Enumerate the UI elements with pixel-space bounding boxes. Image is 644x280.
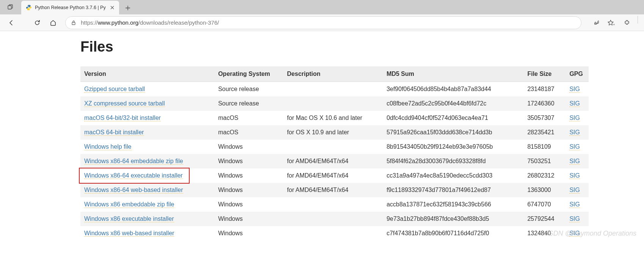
close-tab-icon[interactable] <box>109 5 115 11</box>
read-aloud-icon[interactable]: A <box>590 16 603 30</box>
gpg-link[interactable]: SIG <box>569 216 580 222</box>
page-title: Files <box>80 39 589 55</box>
back-button[interactable] <box>4 16 17 30</box>
cell-version: macOS 64-bit installer <box>80 125 214 140</box>
watermark-text: CSDN @Raymond Operations <box>544 230 636 238</box>
new-tab-button[interactable] <box>121 2 134 14</box>
table-row: macOS 64-bit/32-bit installermacOSfor Ma… <box>80 111 589 125</box>
cell-desc: for AMD64/EM64T/x64 <box>283 154 383 168</box>
table-row: Windows x86-64 executable installerWindo… <box>80 168 589 183</box>
cell-version: macOS 64-bit/32-bit installer <box>80 111 214 125</box>
svg-point-1 <box>28 5 28 6</box>
th-md5: MD5 Sum <box>383 66 523 82</box>
refresh-button[interactable] <box>30 16 44 30</box>
gpg-link[interactable]: SIG <box>569 158 580 165</box>
cell-md5: f9c11893329743d77801a7f49612ed87 <box>383 183 523 197</box>
cell-desc: for OS X 10.9 and later <box>283 125 383 140</box>
cell-version: Windows x86 executable installer <box>80 212 214 226</box>
cell-os: Windows <box>214 183 283 197</box>
tab-strip: Python Release Python 3.7.6 | Py <box>0 0 644 14</box>
version-link[interactable]: Windows help file <box>84 143 132 150</box>
cell-version: Windows x86 embeddable zip file <box>80 197 214 212</box>
cell-gpg: SIG <box>565 82 589 97</box>
version-link[interactable]: XZ compressed source tarball <box>84 100 165 107</box>
cell-size: 7503251 <box>523 154 565 168</box>
gpg-link[interactable]: SIG <box>569 187 580 193</box>
gpg-link[interactable]: SIG <box>569 129 580 136</box>
cell-os: macOS <box>214 111 283 125</box>
cell-desc <box>283 96 383 111</box>
cell-desc <box>283 197 383 212</box>
url-scheme: https:// <box>81 19 98 26</box>
version-link[interactable]: Windows x86-64 web-based installer <box>84 187 183 193</box>
cell-gpg: SIG <box>565 125 589 140</box>
th-gpg: GPG <box>565 66 589 82</box>
address-bar[interactable]: https://www.python.org/downloads/release… <box>65 16 581 29</box>
cell-os: Source release <box>214 96 283 111</box>
cell-os: Windows <box>214 168 283 183</box>
cell-version: Windows x86-64 web-based installer <box>80 183 214 197</box>
cell-desc <box>283 226 383 241</box>
cell-os: Windows <box>214 197 283 212</box>
table-row: XZ compressed source tarballSource relea… <box>80 96 589 111</box>
gpg-link[interactable]: SIG <box>569 201 580 208</box>
table-row: Windows x86 web-based installerWindowsc7… <box>80 226 589 241</box>
cell-md5: 0dfc4cdd9404cf0f5274d063eca4ea71 <box>383 111 523 125</box>
cell-size: 1363000 <box>523 183 565 197</box>
favorites-icon[interactable]: + <box>605 16 619 30</box>
cell-desc: for Mac OS X 10.6 and later <box>283 111 383 125</box>
cell-os: Windows <box>214 154 283 168</box>
version-link[interactable]: macOS 64-bit installer <box>84 129 144 136</box>
cell-gpg: SIG <box>565 96 589 111</box>
url-path: /downloads/release/python-376/ <box>138 19 219 26</box>
table-row: Windows x86 embeddable zip fileWindowsac… <box>80 197 589 212</box>
cell-os: Source release <box>214 82 283 97</box>
gpg-link[interactable]: SIG <box>569 143 580 150</box>
version-link[interactable]: Windows x86-64 executable installer <box>84 172 183 179</box>
home-button[interactable] <box>46 16 60 30</box>
cell-desc <box>283 212 383 226</box>
table-row: Windows help fileWindows8b915434050b29f9… <box>80 140 589 154</box>
svg-point-2 <box>29 9 30 10</box>
svg-text:A: A <box>594 21 597 24</box>
cell-md5: accb8a137871ec632f581943c39cb566 <box>383 197 523 212</box>
window-overlap-icon[interactable] <box>0 0 20 14</box>
gpg-link[interactable]: SIG <box>569 115 580 121</box>
version-link[interactable]: Windows x86 embeddable zip file <box>84 201 174 208</box>
gpg-link[interactable]: SIG <box>569 100 580 107</box>
extensions-icon[interactable] <box>620 16 634 30</box>
table-row: Windows x86-64 embeddable zip fileWindow… <box>80 154 589 168</box>
cell-gpg: SIG <box>565 183 589 197</box>
svg-rect-0 <box>8 6 11 9</box>
version-link[interactable]: Gzipped source tarball <box>84 86 145 93</box>
cell-os: Windows <box>214 140 283 154</box>
cell-gpg: SIG <box>565 212 589 226</box>
cell-version: Windows x86 web-based installer <box>80 226 214 241</box>
gpg-link[interactable]: SIG <box>569 172 580 179</box>
cell-os: Windows <box>214 226 283 241</box>
browser-tab[interactable]: Python Release Python 3.7.6 | Py <box>21 1 119 14</box>
version-link[interactable]: Windows x86 executable installer <box>84 216 174 222</box>
cell-version: Windows help file <box>80 140 214 154</box>
cell-version: Windows x86-64 embeddable zip file <box>80 154 214 168</box>
version-link[interactable]: Windows x86 web-based installer <box>84 230 174 237</box>
cell-size: 25792544 <box>523 212 565 226</box>
table-row: Windows x86 executable installerWindows9… <box>80 212 589 226</box>
cell-md5: c08fbee72ad5c2c95b0f4e44bf6fd72c <box>383 96 523 111</box>
cell-md5: 8b915434050b29f9124eb93e3e97605b <box>383 140 523 154</box>
version-link[interactable]: macOS 64-bit/32-bit installer <box>84 115 161 121</box>
version-link[interactable]: Windows x86-64 embeddable zip file <box>84 158 183 165</box>
cell-gpg: SIG <box>565 154 589 168</box>
cell-size: 35057307 <box>523 111 565 125</box>
th-desc: Description <box>283 66 383 82</box>
cell-size: 8158109 <box>523 140 565 154</box>
cell-size: 6747070 <box>523 197 565 212</box>
cell-gpg: SIG <box>565 140 589 154</box>
cell-md5: 5f84f4f62a28d3003679dc693328f8fd <box>383 154 523 168</box>
cell-md5: 9e73a1b27bb894f87fdce430ef88b3d5 <box>383 212 523 226</box>
url-host: www.python.org <box>98 19 138 26</box>
th-version: Version <box>80 66 214 82</box>
cell-gpg: SIG <box>565 111 589 125</box>
gpg-link[interactable]: SIG <box>569 86 580 93</box>
th-os: Operating System <box>214 66 283 82</box>
